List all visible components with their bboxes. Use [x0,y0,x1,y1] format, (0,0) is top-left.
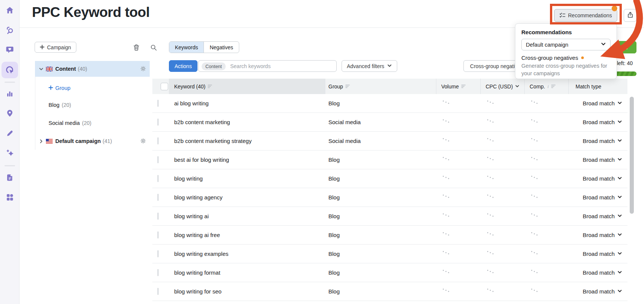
sidebar-item-group-social-media[interactable]: Social media (20) [49,117,91,129]
search-icon[interactable] [150,44,157,52]
group-label: Blog [49,102,59,108]
row-checkbox[interactable] [158,175,158,182]
ai-sparkles-icon[interactable] [2,144,18,161]
row-checkbox[interactable] [158,100,158,107]
sort-icon[interactable] [345,84,350,88]
export-button[interactable] [624,9,636,22]
column-header-group[interactable]: Group [325,79,436,94]
more-apps-grid-icon[interactable] [2,189,18,205]
actions-button[interactable]: Actions [169,60,197,72]
campaign-count: (41) [103,138,112,144]
row-checkbox[interactable] [158,137,158,144]
row-checkbox[interactable] [158,156,158,163]
match-type-value: Broad match [583,119,615,125]
group-count: (20) [62,102,71,108]
vertical-scrollbar[interactable] [630,97,634,214]
ppc-keyword-tool-icon[interactable] [2,62,18,78]
match-type-dropdown[interactable]: Broad match [568,138,627,144]
sort-icon[interactable] [208,84,213,88]
plus-icon [49,85,53,91]
match-type-dropdown[interactable]: Broad match [568,269,627,276]
sort-icon[interactable] [461,84,466,88]
match-type-dropdown[interactable]: Broad match [568,194,627,201]
search-keywords-input[interactable] [230,61,334,71]
campaign-select[interactable]: Default campaign [521,39,611,50]
group-cell: Blog [325,251,436,257]
row-checkbox[interactable] [158,231,158,239]
tab-negatives[interactable]: Negatives [204,42,238,53]
keyword-search-field: Content [198,60,337,72]
keyword-cell: blog writing ai free [169,232,325,238]
row-checkbox[interactable] [158,250,158,257]
home-icon[interactable] [2,2,18,18]
chevron-down-icon[interactable] [39,67,44,71]
match-type-value: Broad match [583,175,615,182]
chevron-right-icon[interactable] [39,139,44,144]
search-scope-chip[interactable]: Content [202,62,226,70]
match-type-dropdown[interactable]: Broad match [568,157,627,163]
match-type-dropdown[interactable]: Broad match [568,119,627,125]
match-type-value: Broad match [583,251,615,257]
info-icon: i [547,84,549,90]
add-campaign-label: Campaign [47,44,71,50]
row-checkbox[interactable] [158,213,158,220]
match-type-dropdown[interactable]: Broad match [568,213,627,219]
trash-icon[interactable] [132,44,140,52]
match-type-value: Broad match [583,157,615,163]
table-row: blog writing Blog Broad match [152,169,627,188]
keyword-cell: best ai for blog writing [169,157,325,163]
column-header-cpc[interactable]: CPC (USD) [480,79,524,94]
table-row: blog writing ai free Blog Broad match [152,226,627,245]
local-marketing-pin-icon[interactable] [2,105,18,122]
advanced-filters-button[interactable]: Advanced filters [342,60,397,72]
match-type-value: Broad match [583,100,615,106]
row-checkbox[interactable] [158,269,158,276]
sidebar-item-default-campaign[interactable]: Default campaign (41) [35,133,150,149]
add-campaign-button[interactable]: Campaign [35,42,76,53]
column-header-match-type[interactable]: Match type [568,79,627,94]
table-row: b2b content marketing Social media Broad… [152,113,627,132]
campaign-label: Content [55,66,76,72]
group-cell: Blog [325,213,436,219]
keyword-cell: b2b content marketing strategy [169,138,325,144]
add-group-label: Group [55,85,70,91]
sidebar-item-group-blog[interactable]: Blog (20) [49,99,71,111]
add-group-link[interactable]: Group [49,82,70,94]
analytics-bars-icon[interactable] [2,85,18,102]
table-row: blog writing examples Blog Broad match [152,245,627,263]
select-all-checkbox[interactable] [161,83,168,90]
keywords-table: Keyword (40) Group Volume CPC (USD) Comp… [152,79,627,301]
match-type-dropdown[interactable]: Broad match [568,100,627,106]
seo-research-icon[interactable] [2,22,18,38]
reports-document-icon[interactable] [2,169,18,186]
feedback-heart-icon[interactable] [2,41,18,58]
column-header-volume[interactable]: Volume [436,79,480,94]
campaign-count: (40) [78,66,87,72]
table-row: ai blog writing Blog Broad match [152,94,627,113]
gear-icon[interactable] [140,138,146,145]
chevron-down-icon[interactable] [515,84,519,90]
chevron-down-icon [617,194,622,201]
column-header-comp[interactable]: Comp. i [524,79,568,94]
match-type-dropdown[interactable]: Broad match [568,288,627,295]
sort-icon[interactable] [551,84,556,88]
new-feature-dot [581,56,584,59]
gear-icon[interactable] [140,66,146,73]
match-type-dropdown[interactable]: Broad match [568,175,627,182]
chevron-down-icon [617,213,622,219]
content-editor-pencil-icon[interactable] [2,125,18,141]
row-checkbox[interactable] [158,288,158,295]
row-checkbox[interactable] [158,119,158,126]
keyword-cell: blog writing examples [169,251,325,257]
tab-keywords[interactable]: Keywords [169,42,204,53]
match-type-dropdown[interactable]: Broad match [568,232,627,238]
sidebar-item-content-campaign[interactable]: Content (40) [35,61,150,77]
recommendations-button[interactable]: Recommendations [554,9,617,22]
popup-item-cross-group-negatives[interactable]: Cross-group negatives [521,55,611,61]
row-checkbox[interactable] [158,194,158,201]
column-header-keyword[interactable]: Keyword (40) [169,79,325,94]
match-type-dropdown[interactable]: Broad match [568,251,627,257]
table-body: ai blog writing Blog Broad match b2b con… [152,94,627,301]
app-sidebar [0,0,20,304]
share-export-icon [627,12,633,19]
